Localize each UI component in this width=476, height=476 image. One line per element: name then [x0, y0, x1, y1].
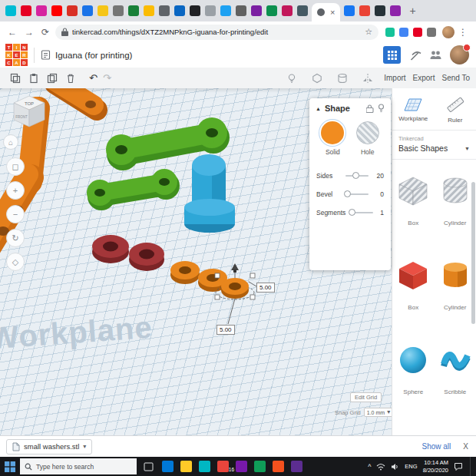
download-caret-icon[interactable]: ▾ [83, 444, 86, 450]
slider-knob[interactable] [352, 172, 359, 179]
redo-button[interactable]: ↷ [103, 72, 111, 84]
snap-grid-dropdown[interactable]: 1.0 mm ▾ [364, 408, 393, 417]
language-indicator[interactable]: ENG [405, 463, 417, 470]
design-title[interactable]: Iguana (for printing) [55, 51, 132, 60]
user-avatar[interactable] [450, 45, 469, 64]
pinned-tab[interactable] [36, 5, 47, 16]
pinned-tab[interactable] [98, 5, 108, 16]
taskbar-app-icon[interactable] [236, 461, 247, 472]
taskbar-search-box[interactable]: Type here to search [20, 458, 137, 474]
tab-close-icon[interactable]: × [330, 8, 335, 17]
pinned-tab[interactable] [113, 5, 124, 16]
start-button[interactable] [5, 461, 15, 472]
pinned-tab[interactable] [390, 5, 401, 16]
wifi-icon[interactable] [376, 463, 385, 471]
shape-item-box[interactable]: Box [392, 247, 435, 332]
canvas-tool-button[interactable]: + [6, 181, 25, 200]
taskbar-app-icon[interactable] [180, 461, 192, 472]
pinned-tab[interactable] [359, 5, 370, 16]
reload-button[interactable]: ⟳ [41, 28, 49, 37]
slider-knob[interactable] [344, 190, 351, 197]
bookmark-star-icon[interactable]: ☆ [365, 27, 372, 37]
hexagon-shape-icon[interactable] [312, 73, 322, 84]
mirror-icon[interactable] [362, 73, 373, 84]
pinned-tab[interactable] [375, 5, 385, 16]
pinned-tab[interactable] [174, 5, 185, 16]
blue-knob-part[interactable] [184, 154, 235, 233]
slider-knob[interactable] [349, 209, 355, 216]
ruler-tool-button[interactable]: Ruler [435, 88, 476, 130]
dimension-label-depth[interactable]: 5.00 [217, 325, 235, 335]
pinned-tab[interactable] [236, 5, 246, 16]
speaker-icon[interactable] [391, 463, 399, 471]
taskbar-clock[interactable]: 10:14 AM 8/20/2020 [423, 459, 448, 474]
edit-grid-button[interactable]: Edit Grid [350, 392, 382, 402]
pinned-tab[interactable] [220, 5, 231, 16]
home-view-button[interactable]: ⌂ [3, 134, 18, 150]
cylinder-shape-icon[interactable] [337, 73, 348, 84]
canvas-tool-button[interactable]: ↻ [6, 229, 25, 247]
pinned-tab[interactable] [251, 5, 262, 16]
shape-item-hole-cylinder[interactable]: Cylinder [435, 163, 476, 247]
copy-icon[interactable] [10, 73, 21, 84]
view-cube[interactable]: TOP FRONT [9, 94, 49, 130]
taskbar-app-icon[interactable] [291, 461, 302, 472]
collapse-panel-icon[interactable]: ▲ [316, 106, 321, 111]
shape-item-cylinder[interactable]: Cylinder [435, 247, 476, 332]
pinned-tab[interactable] [82, 5, 93, 16]
sidebar-scrollbar[interactable] [471, 182, 475, 324]
pinned-tab[interactable] [67, 5, 78, 16]
red-washer-1[interactable] [92, 235, 129, 263]
pinned-tab[interactable] [344, 5, 355, 16]
solid-option[interactable]: Solid [321, 121, 344, 156]
taskbar-app-icon[interactable] [273, 461, 284, 472]
sides-slider[interactable] [345, 175, 369, 177]
shape-item-hole-box[interactable]: Box [392, 163, 435, 247]
solid-swatch[interactable] [321, 121, 344, 144]
tinkercad-logo[interactable]: TINKERCAD [5, 44, 28, 66]
workplane-tool-button[interactable]: Workplane [392, 88, 435, 130]
show-all-downloads-button[interactable]: Show all [422, 442, 451, 451]
duplicate-icon[interactable] [47, 73, 58, 84]
collaborate-icon[interactable] [429, 50, 442, 60]
browser-profile-avatar[interactable] [442, 26, 455, 38]
raise-handle-cone[interactable] [231, 263, 239, 270]
dashboard-button[interactable] [383, 46, 401, 64]
pinned-tab[interactable] [159, 5, 170, 16]
orange-washer-1[interactable] [170, 261, 200, 284]
export-button[interactable]: Export [413, 74, 435, 82]
pinned-tab[interactable] [128, 5, 139, 16]
pinned-tab[interactable] [266, 5, 277, 16]
green-link-short[interactable] [87, 169, 180, 210]
scale-mid-handle[interactable] [233, 269, 236, 273]
pinned-tab[interactable] [282, 5, 293, 16]
taskbar-app-icon[interactable] [162, 461, 174, 472]
pinned-tab[interactable] [144, 5, 154, 16]
dimension-label-width[interactable]: 5.00 [256, 283, 275, 293]
pinned-tab[interactable] [5, 5, 16, 16]
segments-slider[interactable] [350, 212, 373, 213]
browser-extension-icon[interactable] [399, 28, 408, 37]
canvas-tool-button[interactable]: ◇ [6, 253, 25, 271]
taskbar-app-icon[interactable]: 16 [217, 461, 229, 472]
pinned-tab[interactable] [190, 5, 200, 16]
back-button[interactable]: ← [8, 28, 17, 37]
red-washer-2[interactable] [129, 243, 164, 271]
lightbulb-icon[interactable] [286, 73, 297, 84]
taskbar-app-icon[interactable] [199, 461, 210, 472]
new-tab-button[interactable]: + [409, 5, 415, 16]
active-tab[interactable]: × [312, 3, 340, 21]
pinned-tab[interactable] [21, 5, 31, 16]
lock-icon[interactable] [366, 104, 374, 113]
browser-menu-icon[interactable]: ⋮ [458, 28, 468, 37]
url-omnibox[interactable]: tinkercad.com/things/dXTZ2MNPknG-iguana-… [55, 25, 378, 40]
paste-icon[interactable] [28, 73, 39, 84]
pinned-tab[interactable] [51, 5, 62, 16]
tray-expand-icon[interactable]: ^ [368, 463, 371, 471]
shape-item-scribble[interactable]: Scribble [435, 332, 476, 416]
close-download-bar-button[interactable]: X [463, 442, 468, 451]
pinned-tab[interactable] [297, 5, 308, 16]
lightbulb-icon[interactable] [378, 104, 385, 113]
browser-extension-icon[interactable] [427, 28, 436, 37]
taskbar-app-icon[interactable] [254, 461, 266, 472]
